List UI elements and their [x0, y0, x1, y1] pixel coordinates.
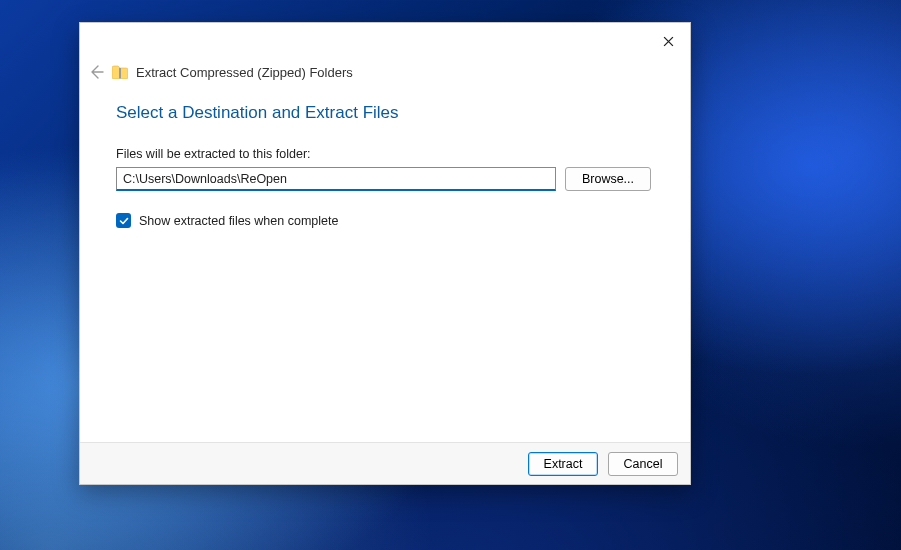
close-icon [663, 36, 674, 47]
destination-path-input[interactable] [116, 167, 556, 191]
browse-button[interactable]: Browse... [565, 167, 651, 191]
window-title: Extract Compressed (Zipped) Folders [136, 65, 353, 80]
back-button[interactable] [88, 64, 104, 80]
show-files-checkbox[interactable] [116, 213, 131, 228]
close-button[interactable] [650, 27, 686, 55]
cancel-button[interactable]: Cancel [608, 452, 678, 476]
extract-wizard-dialog: Extract Compressed (Zipped) Folders Sele… [79, 22, 691, 485]
show-files-label: Show extracted files when complete [139, 214, 338, 228]
instruction-heading: Select a Destination and Extract Files [116, 103, 654, 123]
destination-label: Files will be extracted to this folder: [116, 147, 654, 161]
arrow-left-icon [88, 64, 104, 80]
checkmark-icon [119, 216, 129, 226]
destination-row: Browse... [116, 167, 654, 191]
extract-button[interactable]: Extract [528, 452, 598, 476]
wizard-footer: Extract Cancel [80, 442, 690, 484]
show-files-option[interactable]: Show extracted files when complete [116, 213, 654, 228]
wizard-header: Extract Compressed (Zipped) Folders [80, 59, 690, 85]
zipped-folder-icon [112, 65, 128, 79]
titlebar [80, 23, 690, 59]
wizard-content: Select a Destination and Extract Files F… [80, 85, 690, 442]
